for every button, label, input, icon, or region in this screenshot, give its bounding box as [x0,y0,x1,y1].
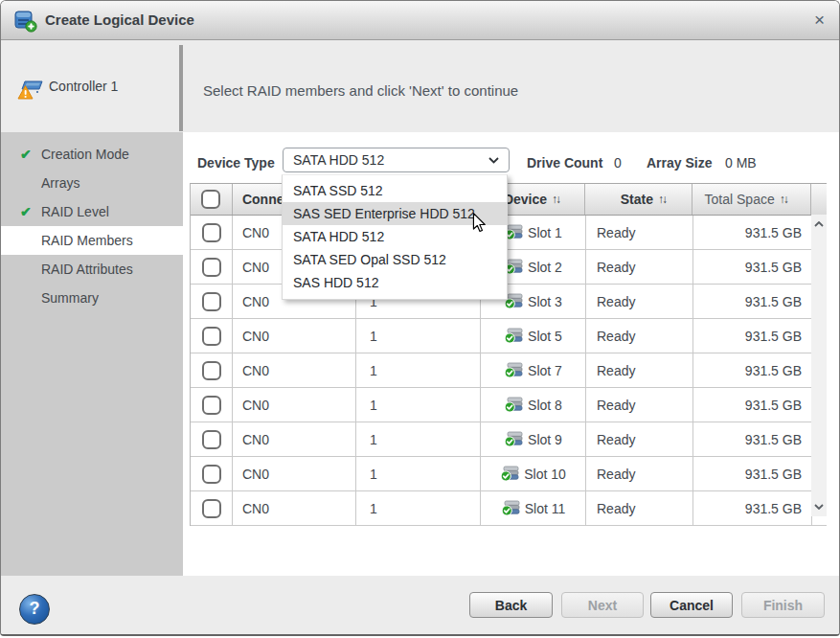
dropdown-option[interactable]: SAS HDD 512 [283,271,507,294]
step-label: Summary [41,290,99,306]
select-all-checkbox[interactable] [201,190,220,209]
drive-ready-icon [504,328,524,344]
row-checkbox-cell [191,457,233,490]
row-checkbox[interactable] [202,258,221,277]
step-label: Arrays [41,175,79,191]
cell-device: Slot 10 [481,457,586,490]
row-checkbox[interactable] [202,327,221,346]
row-checkbox[interactable] [202,499,221,518]
row-checkbox-cell [191,491,233,525]
scroll-down-icon[interactable] [814,504,824,510]
row-checkbox-cell [191,388,233,422]
mouse-cursor [472,213,486,233]
finish-button: Finish [741,592,825,618]
drive-ready-icon [501,500,521,516]
sidebar-steps: ✔ Creation Mode ✔ Arrays ✔ RAID Level ✔ … [1,132,183,576]
drive-count-label: Drive Count [527,155,602,171]
dropdown-option[interactable]: SATA SSD 512 [283,179,507,202]
create-logical-device-dialog: Create Logical Device × Controller 1 Sel… [0,0,840,636]
row-checkbox[interactable] [202,361,221,380]
cell-connector: CN0 [233,422,356,456]
cell-device: Slot 7 [481,353,586,387]
sidebar-step-creation-mode[interactable]: ✔ Creation Mode [1,140,183,169]
sidebar-step-raid-members[interactable]: ✔ RAID Members [1,226,183,255]
step-label: RAID Members [41,233,133,248]
cell-device: Slot 5 [481,319,586,353]
close-icon[interactable]: × [814,11,825,30]
row-checkbox-cell [191,285,233,318]
table-row: CN0 1 Slot 8 Ready 931.5 GB [191,388,827,422]
sort-icon: ↑↓ [552,193,561,206]
row-checkbox-cell [191,319,233,353]
logical-device-icon [13,9,37,33]
cell-channel: 1 [356,491,481,525]
table-row: CN0 1 Slot 9 Ready 931.5 GB [191,422,827,457]
cancel-button[interactable]: Cancel [650,592,733,618]
cell-state: Ready [586,422,693,456]
chevron-down-icon [488,157,499,164]
row-checkbox-cell [191,216,233,249]
cell-total-space: 931.5 GB [693,250,812,284]
row-checkbox[interactable] [202,292,221,311]
cell-channel: 1 [356,353,481,387]
cell-state: Ready [586,216,693,249]
drive-ready-icon [504,362,524,378]
cell-connector: CN0 [233,319,356,353]
row-checkbox[interactable] [202,396,221,415]
sidebar-step-raid-level[interactable]: ✔ RAID Level [1,197,183,226]
cell-state: Ready [586,457,693,490]
array-size-value: 0 MB [725,155,757,171]
row-checkbox[interactable] [202,430,221,449]
cell-channel: 1 [356,388,481,422]
table-row: CN0 1 Slot 7 Ready 931.5 GB [191,353,827,388]
footer-bar: ? BackNextCancelFinish [1,576,840,634]
help-icon[interactable]: ? [19,594,50,625]
row-checkbox[interactable] [202,223,221,242]
cell-state: Ready [586,319,693,353]
cell-device: Slot 8 [481,388,586,422]
cell-channel: 1 [356,457,481,490]
wizard-instruction: Select RAID members and click 'Next' to … [203,82,518,99]
cell-total-space: 931.5 GB [693,457,812,490]
sort-icon: ↑↓ [780,193,789,206]
step-label: RAID Attributes [41,262,133,277]
device-type-label: Device Type [197,155,275,171]
sidebar-step-summary[interactable]: ✔ Summary [1,284,183,312]
device-type-select[interactable]: SATA HDD 512 [283,148,510,172]
table-scrollbar[interactable] [811,215,827,516]
back-button[interactable]: Back [469,592,553,618]
cell-total-space: 931.5 GB [693,319,812,353]
header-checkbox-cell [191,184,233,215]
cell-channel: 1 [356,422,481,456]
cell-device: Slot 11 [481,491,586,525]
dropdown-option[interactable]: SATA SED Opal SSD 512 [283,248,507,271]
drive-ready-icon [504,397,524,413]
cell-channel: 1 [356,319,481,353]
device-type-dropdown-list: SATA SSD 512SAS SED Enterprise HDD 512SA… [282,174,508,300]
header-total-space[interactable]: Total Space ↑↓ [692,184,811,215]
scroll-up-icon[interactable] [814,221,824,227]
cell-total-space: 931.5 GB [693,353,812,387]
sidebar-step-raid-attributes[interactable]: ✔ RAID Attributes [1,255,183,284]
cell-state: Ready [586,388,693,422]
cell-state: Ready [586,285,693,318]
vertical-divider [179,45,183,131]
drive-ready-icon [500,466,520,482]
cell-total-space: 931.5 GB [693,285,812,318]
controller-warning-icon [17,76,44,101]
row-checkbox-cell [191,353,233,387]
row-checkbox[interactable] [202,465,221,484]
table-row: CN0 1 Slot 11 Ready 931.5 GB [191,491,827,526]
table-row: CN0 1 Slot 10 Ready 931.5 GB [191,457,827,491]
sidebar-step-arrays[interactable]: ✔ Arrays [1,169,183,197]
step-check-icon: ✔ [20,140,32,169]
header-state[interactable]: State ↑↓ [585,184,692,215]
sort-icon: ↑↓ [658,193,668,206]
cell-total-space: 931.5 GB [693,491,812,525]
next-button: Next [561,592,644,618]
dialog-title: Create Logical Device [45,1,194,39]
step-check-icon: ✔ [20,197,32,226]
controller-label[interactable]: Controller 1 [49,40,118,132]
cell-state: Ready [586,491,693,525]
cell-device: Slot 9 [481,422,586,456]
